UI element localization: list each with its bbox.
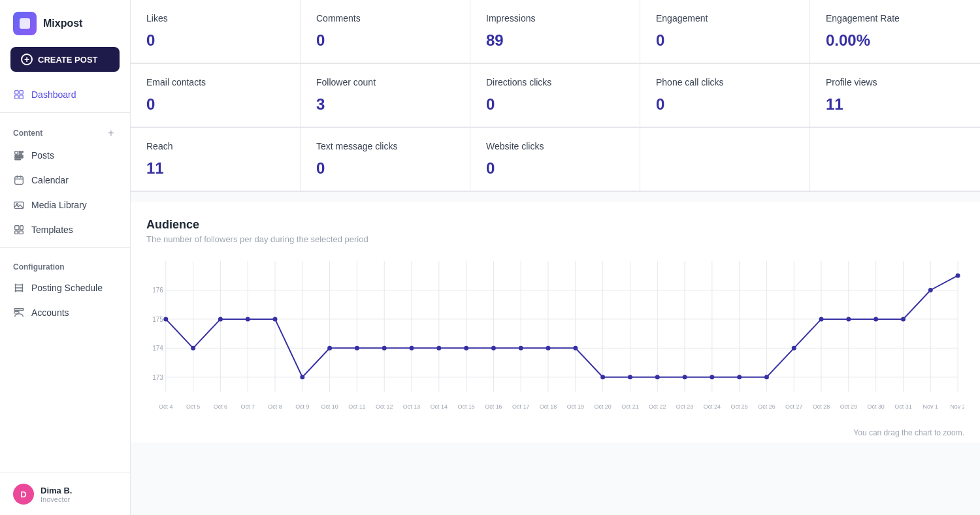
svg-point-76: [573, 346, 578, 351]
user-profile[interactable]: D Dima B. Inovector: [0, 473, 130, 515]
svg-text:Nov 2: Nov 2: [950, 403, 964, 410]
templates-icon: [13, 224, 25, 236]
svg-point-88: [901, 317, 906, 321]
svg-text:Oct 14: Oct 14: [431, 403, 448, 410]
svg-rect-17: [20, 226, 24, 230]
sidebar-item-accounts[interactable]: Accounts: [0, 300, 130, 325]
svg-point-80: [683, 375, 687, 379]
stat-card: Engagement 0: [640, 0, 810, 63]
svg-text:Oct 5: Oct 5: [186, 403, 200, 410]
chart-container[interactable]: 176175174173Oct 4Oct 5Oct 6Oct 7Oct 8Oct…: [146, 255, 964, 424]
logo-icon: [13, 12, 37, 35]
svg-point-62: [191, 346, 195, 351]
svg-text:175: 175: [152, 316, 163, 323]
svg-point-68: [355, 346, 359, 351]
svg-text:Oct 12: Oct 12: [376, 403, 393, 410]
dashboard-label: Dashboard: [31, 89, 76, 100]
schedule-icon: [13, 282, 25, 294]
sidebar-item-media[interactable]: Media Library: [0, 193, 130, 217]
audience-section: Audience The number of followers per day…: [131, 202, 980, 443]
config-section-label: Configuration: [0, 253, 130, 275]
svg-text:Oct 16: Oct 16: [485, 403, 502, 410]
stat-label: Profile views: [826, 77, 964, 87]
svg-text:Oct 13: Oct 13: [403, 403, 420, 410]
svg-point-73: [491, 346, 496, 351]
svg-text:Oct 18: Oct 18: [540, 403, 557, 410]
svg-point-89: [928, 288, 933, 292]
stat-card: Reach 11: [131, 128, 301, 191]
stat-label: Text message clicks: [316, 141, 454, 151]
svg-text:Oct 7: Oct 7: [241, 403, 255, 410]
sidebar-item-dashboard[interactable]: Dashboard: [0, 82, 130, 107]
stat-value: 0.00%: [826, 31, 964, 50]
sidebar-item-posts[interactable]: Posts: [0, 143, 130, 168]
svg-text:Oct 6: Oct 6: [214, 403, 227, 410]
stat-value: 11: [146, 159, 284, 178]
stat-card: Profile views 11: [810, 64, 980, 127]
sidebar-item-calendar[interactable]: Calendar: [0, 168, 130, 193]
svg-rect-8: [15, 157, 24, 158]
app-name: Mixpost: [43, 18, 82, 29]
posts-icon: [13, 149, 25, 161]
stat-value: 89: [486, 31, 624, 50]
svg-point-67: [327, 346, 332, 351]
calendar-label: Calendar: [31, 175, 69, 185]
stats-row-2: Email contacts 0 Follower count 3 Direct…: [131, 64, 980, 128]
stat-card: Website clicks 0: [470, 128, 640, 191]
svg-point-85: [819, 317, 824, 321]
svg-rect-21: [14, 309, 24, 311]
svg-text:Oct 19: Oct 19: [567, 403, 584, 410]
stats-row-3: Reach 11 Text message clicks 0 Website c…: [131, 128, 980, 192]
svg-point-82: [737, 375, 742, 379]
stat-label: Reach: [146, 141, 284, 151]
svg-text:Oct 23: Oct 23: [676, 403, 693, 410]
svg-text:Oct 31: Oct 31: [894, 403, 911, 410]
stat-label: Impressions: [486, 13, 624, 23]
svg-rect-18: [15, 231, 18, 234]
stat-card: Email contacts 0: [131, 64, 301, 127]
add-content-button[interactable]: +: [105, 127, 117, 139]
svg-point-66: [300, 375, 304, 379]
sidebar-item-schedule[interactable]: Posting Schedule: [0, 275, 130, 300]
divider-1: [0, 112, 130, 113]
stat-label: Phone call clicks: [656, 77, 794, 87]
stat-value: 0: [316, 31, 454, 50]
sidebar-item-templates[interactable]: Templates: [0, 217, 130, 242]
svg-point-86: [846, 317, 851, 321]
svg-rect-16: [15, 226, 19, 230]
svg-point-84: [792, 346, 796, 351]
svg-rect-3: [20, 95, 23, 99]
create-post-button[interactable]: + CREATE POST: [10, 47, 120, 72]
audience-subtitle: The number of followers per day during t…: [146, 234, 964, 244]
svg-text:Oct 28: Oct 28: [813, 403, 830, 410]
svg-rect-9: [15, 159, 21, 159]
svg-text:176: 176: [152, 287, 163, 294]
user-company: Inovector: [41, 495, 72, 503]
media-icon: [13, 199, 25, 211]
accounts-icon: [13, 307, 25, 319]
svg-point-72: [464, 346, 468, 351]
stat-value: 0: [656, 95, 794, 114]
svg-point-70: [410, 346, 414, 351]
svg-text:Oct 17: Oct 17: [512, 403, 529, 410]
divider-2: [0, 247, 130, 248]
svg-point-83: [764, 375, 769, 379]
accounts-label: Accounts: [31, 307, 69, 318]
svg-point-75: [546, 346, 551, 351]
stat-label: Likes: [146, 13, 284, 23]
svg-rect-0: [15, 91, 18, 94]
svg-text:173: 173: [152, 374, 163, 381]
svg-text:Oct 8: Oct 8: [268, 403, 282, 410]
svg-point-90: [956, 273, 960, 278]
svg-point-74: [519, 346, 523, 351]
stats-row-1: Likes 0 Comments 0 Impressions 89 Engage…: [131, 0, 980, 64]
stat-card: [810, 128, 980, 191]
svg-text:174: 174: [152, 345, 163, 352]
svg-text:Oct 27: Oct 27: [785, 403, 802, 410]
svg-text:Oct 21: Oct 21: [621, 403, 638, 410]
svg-text:Oct 24: Oct 24: [704, 403, 721, 410]
stat-card: Follower count 3: [301, 64, 470, 127]
stat-card: Comments 0: [301, 0, 470, 63]
svg-rect-4: [15, 151, 18, 155]
svg-rect-10: [15, 177, 24, 185]
